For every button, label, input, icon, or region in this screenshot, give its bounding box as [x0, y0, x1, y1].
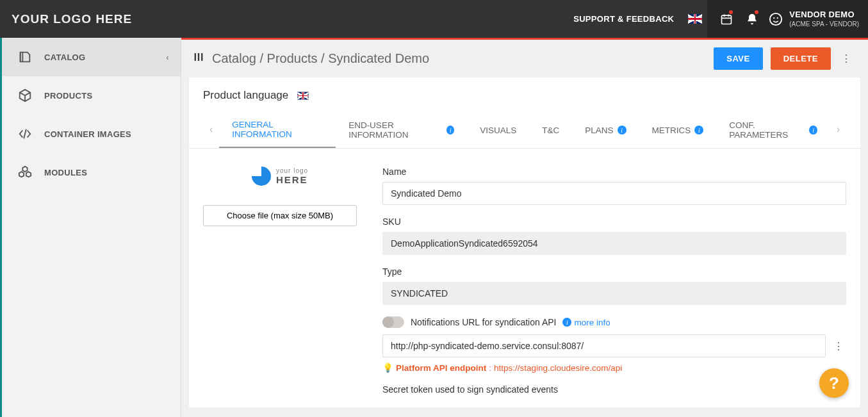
bars-icon[interactable] [193, 51, 204, 66]
sidebar-item-label: MODULES [44, 168, 169, 177]
info-icon: i [618, 126, 626, 135]
tab-general-information[interactable]: GENERAL INFORMATION [219, 111, 336, 148]
card: Product language ‹ GENERAL INFORMATION E… [189, 78, 860, 407]
logo: YOUR LOGO HERE [12, 12, 132, 26]
chevron-left-icon: ‹ [166, 53, 169, 62]
products-icon [15, 88, 35, 102]
secret-token-label: Secret token used to sign syndicated eve… [382, 384, 846, 395]
info-icon: i [809, 126, 817, 135]
tab-scroll-left-icon[interactable]: ‹ [203, 117, 219, 142]
more-info-link[interactable]: i more info [562, 318, 610, 327]
name-label: Name [382, 167, 846, 177]
main: Catalog / Products / Syndicated Demo SAV… [181, 38, 868, 417]
svg-point-6 [777, 17, 778, 19]
breadcrumb-products[interactable]: Products [267, 51, 318, 66]
sku-label: SKU [382, 217, 846, 227]
info-icon: i [694, 126, 703, 135]
field-type: Type SYNDICATED [382, 266, 846, 305]
choose-file-button[interactable]: Choose file (max size 50MB) [203, 205, 357, 226]
delete-button[interactable]: DELETE [771, 47, 831, 70]
calendar-icon[interactable] [714, 0, 739, 38]
field-secret-token: Secret token used to sign syndicated eve… [382, 384, 846, 400]
more-actions-icon[interactable]: ⋮ [839, 49, 854, 69]
notifications-toggle[interactable] [382, 316, 404, 328]
tab-tc[interactable]: T&C [529, 117, 572, 143]
svg-point-5 [773, 17, 774, 19]
breadcrumb-catalog[interactable]: Catalog [212, 51, 256, 66]
url-more-icon[interactable]: ⋮ [831, 336, 846, 356]
notifications-label: Notifications URL for syndication API [411, 317, 556, 327]
save-button[interactable]: SAVE [714, 47, 762, 70]
info-icon: i [446, 126, 454, 135]
topbar: YOUR LOGO HERE SUPPORT & FEEDBACK VENDOR… [0, 0, 868, 38]
sidebar-item-catalog[interactable]: CATALOG ‹ [2, 38, 181, 76]
product-language-label: Product language [203, 89, 288, 102]
topbar-right: SUPPORT & FEEDBACK VENDOR DEMO (ACME SPA… [573, 0, 868, 38]
fields-column: Name SKU DemoApplicationSyndicated659205… [382, 167, 846, 400]
sidebar-item-modules[interactable]: MODULES [2, 153, 181, 192]
user-menu[interactable]: VENDOR DEMO (ACME SPA - VENDOR) [765, 0, 868, 38]
tab-end-user-information[interactable]: END-USER INFORMATIONi [336, 111, 467, 147]
field-sku: SKU DemoApplicationSyndicated6592054 [382, 217, 846, 255]
type-value: SYNDICATED [382, 282, 846, 305]
flag-uk-icon[interactable] [297, 92, 309, 99]
bell-icon[interactable] [739, 0, 765, 38]
svg-rect-0 [722, 15, 732, 24]
swirl-icon [252, 167, 271, 186]
sidebar: CATALOG ‹ PRODUCTS CONTAINER IMAGES MODU… [0, 38, 181, 417]
user-name: VENDOR DEMO [789, 10, 859, 19]
user-sub: (ACME SPA - VENDOR) [789, 20, 859, 28]
tabs: ‹ GENERAL INFORMATION END-USER INFORMATI… [189, 111, 860, 149]
tab-scroll-right-icon[interactable]: › [830, 117, 846, 142]
svg-point-4 [770, 13, 782, 24]
notifications-url-input[interactable] [382, 334, 826, 357]
sidebar-item-container-images[interactable]: CONTAINER IMAGES [2, 115, 181, 153]
help-fab[interactable]: ? [819, 368, 849, 398]
modules-icon [15, 165, 35, 179]
flag-uk-icon[interactable] [688, 14, 702, 24]
endpoint-url[interactable]: https://staging.cloudesire.com/api [494, 363, 622, 373]
sidebar-item-label: CATALOG [44, 53, 166, 62]
topbar-icon-block: VENDOR DEMO (ACME SPA - VENDOR) [707, 0, 868, 38]
sku-value: DemoApplicationSyndicated6592054 [382, 232, 846, 255]
tab-metrics[interactable]: METRICSi [639, 117, 717, 143]
sidebar-item-products[interactable]: PRODUCTS [2, 76, 181, 115]
sidebar-item-label: CONTAINER IMAGES [44, 129, 169, 139]
avatar-icon [769, 12, 783, 26]
endpoint-hint: 💡 Platform API endpoint: https://staging… [382, 363, 846, 373]
field-name: Name [382, 167, 846, 205]
type-label: Type [382, 266, 846, 277]
logo-column: your logo HERE Choose file (max size 50M… [203, 167, 357, 400]
svg-line-7 [24, 129, 26, 139]
field-notifications-url: Notifications URL for syndication API i … [382, 316, 846, 373]
code-icon [15, 127, 35, 141]
name-input[interactable] [382, 182, 846, 205]
tab-plans[interactable]: PLANSi [572, 117, 639, 143]
header-actions: SAVE DELETE ⋮ [714, 47, 854, 70]
form: your logo HERE Choose file (max size 50M… [189, 149, 860, 407]
placeholder-logo: your logo HERE [252, 167, 308, 186]
support-feedback-link[interactable]: SUPPORT & FEEDBACK [573, 14, 674, 24]
catalog-icon [15, 50, 35, 64]
user-text: VENDOR DEMO (ACME SPA - VENDOR) [789, 10, 859, 28]
breadcrumb: Catalog / Products / Syndicated Demo [193, 51, 429, 66]
info-icon: i [562, 318, 571, 327]
sidebar-item-label: PRODUCTS [44, 91, 169, 101]
tab-visuals[interactable]: VISUALS [467, 117, 529, 143]
page-header: Catalog / Products / Syndicated Demo SAV… [181, 40, 868, 78]
lightbulb-icon: 💡 [382, 363, 393, 373]
product-language-row: Product language [189, 89, 860, 111]
breadcrumb-current: Syndicated Demo [328, 51, 429, 66]
tab-conf-parameters[interactable]: CONF. PARAMETERSi [716, 111, 830, 147]
